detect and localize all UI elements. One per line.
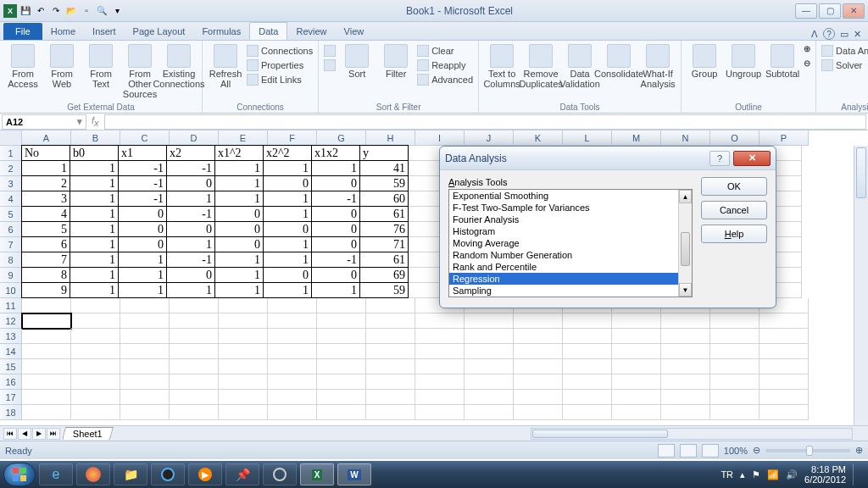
- refresh-all-button[interactable]: Refresh All: [208, 44, 243, 89]
- cell[interactable]: [366, 298, 415, 313]
- cell[interactable]: 1: [70, 252, 119, 268]
- tab-review[interactable]: Review: [287, 23, 335, 40]
- cell[interactable]: [71, 298, 120, 313]
- edit-links-button[interactable]: Edit Links: [247, 73, 313, 86]
- cell[interactable]: [170, 359, 219, 374]
- cell[interactable]: [563, 313, 612, 329]
- cell[interactable]: 1: [214, 175, 264, 191]
- cell[interactable]: 1: [118, 252, 167, 268]
- cell[interactable]: 0: [118, 221, 167, 237]
- cell[interactable]: [22, 374, 71, 390]
- cell[interactable]: 1: [214, 160, 264, 176]
- cell[interactable]: -1: [311, 252, 360, 268]
- taskbar-clock-icon[interactable]: [263, 463, 297, 485]
- cell[interactable]: [760, 344, 809, 359]
- cell[interactable]: 8: [21, 267, 70, 283]
- cell[interactable]: 7: [21, 252, 70, 268]
- cell[interactable]: 0: [311, 206, 360, 222]
- cell[interactable]: 1: [263, 282, 312, 298]
- cell[interactable]: [366, 405, 415, 420]
- cell[interactable]: [465, 344, 514, 359]
- cell[interactable]: 1: [311, 160, 360, 176]
- cell[interactable]: [120, 344, 170, 359]
- cell[interactable]: [661, 390, 710, 405]
- cell[interactable]: 0: [311, 175, 360, 191]
- cell[interactable]: 0: [214, 221, 264, 237]
- cell[interactable]: -1: [311, 191, 360, 207]
- qat-more-icon[interactable]: ▾: [110, 4, 124, 18]
- cell[interactable]: [710, 359, 760, 374]
- cell[interactable]: [71, 359, 120, 374]
- cell[interactable]: [563, 329, 612, 344]
- cell[interactable]: [710, 344, 760, 359]
- ok-button[interactable]: OK: [701, 177, 767, 196]
- cell[interactable]: [219, 390, 268, 405]
- cell[interactable]: [170, 344, 219, 359]
- tray-action-center-icon[interactable]: ⚑: [752, 469, 760, 480]
- cell[interactable]: [465, 359, 514, 374]
- row-header[interactable]: 4: [0, 191, 22, 207]
- cell[interactable]: 0: [311, 267, 360, 283]
- cell[interactable]: [760, 329, 809, 344]
- cell[interactable]: [415, 329, 465, 344]
- show-desktop-button[interactable]: [853, 463, 860, 485]
- remove-duplicates-button[interactable]: Remove Duplicates: [523, 44, 559, 89]
- cell[interactable]: -1: [166, 206, 215, 222]
- cell[interactable]: 1: [70, 206, 119, 222]
- cell[interactable]: 9: [21, 282, 70, 298]
- cell[interactable]: 1: [214, 267, 264, 283]
- cell[interactable]: [219, 313, 268, 329]
- cell[interactable]: 2: [21, 175, 70, 191]
- view-normal-button[interactable]: [658, 444, 675, 458]
- column-header[interactable]: B: [71, 130, 120, 146]
- taskbar-word-icon[interactable]: W: [337, 463, 371, 485]
- cell[interactable]: y: [359, 145, 409, 161]
- cell[interactable]: 0: [214, 236, 264, 252]
- cell[interactable]: [366, 359, 415, 374]
- cell[interactable]: [563, 344, 612, 359]
- reapply-button[interactable]: Reapply: [417, 58, 473, 72]
- column-header[interactable]: A: [22, 130, 71, 146]
- from-text-button[interactable]: From Text: [83, 44, 119, 89]
- cell[interactable]: [612, 359, 661, 374]
- tab-file[interactable]: File: [3, 23, 42, 40]
- cell[interactable]: [612, 329, 661, 344]
- cell[interactable]: [22, 329, 71, 344]
- cell[interactable]: 71: [359, 236, 409, 252]
- cell[interactable]: [465, 405, 514, 420]
- list-scrollbar[interactable]: ▲ ▼: [678, 190, 692, 297]
- cell[interactable]: [612, 390, 661, 405]
- cell[interactable]: [120, 390, 170, 405]
- analysis-tool-item[interactable]: Moving Average: [449, 237, 678, 249]
- cell[interactable]: -1: [118, 160, 167, 176]
- scroll-down-button[interactable]: ▼: [679, 283, 692, 297]
- cell[interactable]: 0: [166, 175, 215, 191]
- cell[interactable]: 1: [263, 206, 312, 222]
- cell[interactable]: [366, 313, 415, 329]
- cell[interactable]: 1: [166, 191, 215, 207]
- tray-show-hidden-icon[interactable]: ▴: [740, 469, 745, 480]
- row-header[interactable]: 8: [0, 252, 22, 268]
- cell[interactable]: 0: [166, 221, 215, 237]
- zoom-percent[interactable]: 100%: [724, 446, 748, 456]
- print-preview-icon[interactable]: 🔍: [95, 4, 108, 18]
- row-header[interactable]: 16: [0, 374, 22, 390]
- taskbar-app1-icon[interactable]: [151, 463, 185, 485]
- cell[interactable]: -1: [166, 160, 215, 176]
- cell[interactable]: [120, 298, 170, 313]
- cell[interactable]: 0: [118, 236, 167, 252]
- cell[interactable]: [219, 298, 268, 313]
- cell[interactable]: [22, 390, 71, 405]
- cell[interactable]: [170, 390, 219, 405]
- vertical-scrollbar[interactable]: [854, 146, 868, 425]
- cell[interactable]: [514, 390, 563, 405]
- cell[interactable]: 6: [21, 236, 70, 252]
- tab-formulas[interactable]: Formulas: [193, 23, 249, 40]
- tab-home[interactable]: Home: [42, 23, 84, 40]
- undo-icon[interactable]: ↶: [34, 4, 47, 18]
- cell[interactable]: [170, 405, 219, 420]
- cell[interactable]: [22, 298, 71, 313]
- cell[interactable]: 1: [70, 160, 119, 176]
- cell[interactable]: -1: [166, 252, 215, 268]
- cell[interactable]: [268, 390, 317, 405]
